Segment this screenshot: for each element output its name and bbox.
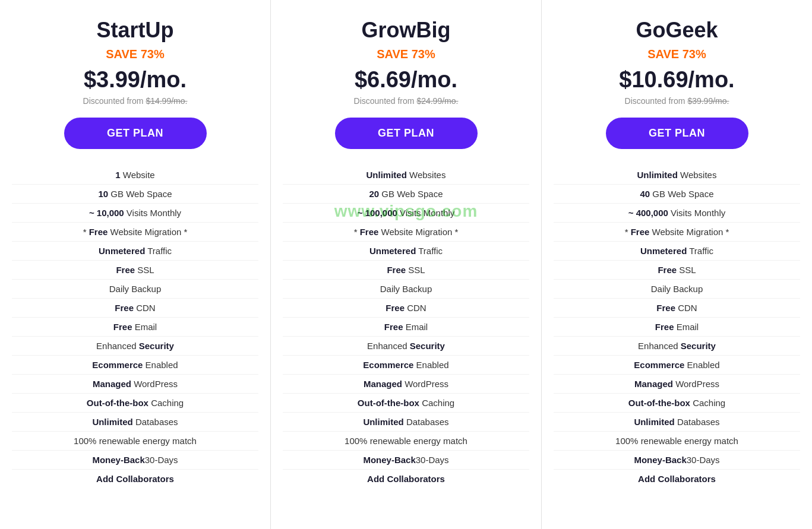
feature-item-gogeek-12: Out-of-the-box Caching bbox=[554, 394, 800, 413]
feature-item-startup-6: Daily Backup bbox=[12, 280, 258, 299]
feature-item-growbig-5: Free SSL bbox=[283, 261, 529, 280]
feature-item-startup-2: ~ 10,000 Visits Monthly bbox=[12, 204, 258, 223]
feature-item-gogeek-8: Free Email bbox=[554, 318, 800, 337]
discounted-from-gogeek: Discounted from $39.99/mo. bbox=[625, 96, 729, 106]
feature-item-gogeek-10: Ecommerce Enabled bbox=[554, 356, 800, 375]
feature-item-growbig-6: Daily Backup bbox=[283, 280, 529, 299]
feature-item-startup-13: Unlimited Databases bbox=[12, 413, 258, 432]
save-badge-growbig: SAVE 73% bbox=[377, 47, 435, 61]
feature-item-growbig-13: Unlimited Databases bbox=[283, 413, 529, 432]
get-plan-button-startup[interactable]: GET PLAN bbox=[64, 118, 207, 149]
discounted-from-startup: Discounted from $14.99/mo. bbox=[83, 96, 188, 106]
plan-name-growbig: GrowBig bbox=[362, 18, 451, 43]
feature-item-gogeek-5: Free SSL bbox=[554, 261, 800, 280]
feature-item-growbig-8: Free Email bbox=[283, 318, 529, 337]
feature-item-gogeek-14: 100% renewable energy match bbox=[554, 432, 800, 451]
plan-name-startup: StartUp bbox=[96, 18, 173, 43]
price-growbig: $6.69/mo. bbox=[355, 67, 457, 93]
get-plan-button-gogeek[interactable]: GET PLAN bbox=[606, 118, 748, 149]
features-list-growbig: Unlimited Websites20 GB Web Space~ 100,0… bbox=[283, 166, 529, 488]
save-badge-startup: SAVE 73% bbox=[106, 47, 165, 61]
feature-item-startup-3: * Free Website Migration * bbox=[12, 223, 258, 242]
feature-item-startup-8: Free Email bbox=[12, 318, 258, 337]
price-gogeek: $10.69/mo. bbox=[619, 67, 734, 93]
feature-item-growbig-16: Add Collaborators bbox=[283, 470, 529, 488]
feature-item-growbig-0: Unlimited Websites bbox=[283, 166, 529, 185]
feature-item-growbig-2: ~ 100,000 Visits Monthly bbox=[283, 204, 529, 223]
feature-item-startup-4: Unmetered Traffic bbox=[12, 242, 258, 261]
plan-column-startup: StartUpSAVE 73%$3.99/mo.Discounted from … bbox=[0, 0, 271, 529]
feature-item-gogeek-13: Unlimited Databases bbox=[554, 413, 800, 432]
feature-item-startup-14: 100% renewable energy match bbox=[12, 432, 258, 451]
feature-item-growbig-7: Free CDN bbox=[283, 299, 529, 318]
plan-column-gogeek: GoGeekSAVE 73%$10.69/mo.Discounted from … bbox=[542, 0, 812, 529]
feature-item-growbig-1: 20 GB Web Space bbox=[283, 185, 529, 204]
save-badge-gogeek: SAVE 73% bbox=[647, 47, 706, 61]
feature-item-startup-1: 10 GB Web Space bbox=[12, 185, 258, 204]
feature-item-growbig-11: Managed WordPress bbox=[283, 375, 529, 394]
feature-item-startup-7: Free CDN bbox=[12, 299, 258, 318]
features-list-gogeek: Unlimited Websites40 GB Web Space~ 400,0… bbox=[554, 166, 800, 488]
feature-item-gogeek-4: Unmetered Traffic bbox=[554, 242, 800, 261]
features-list-startup: 1 Website10 GB Web Space~ 10,000 Visits … bbox=[12, 166, 258, 488]
feature-item-startup-0: 1 Website bbox=[12, 166, 258, 185]
feature-item-growbig-4: Unmetered Traffic bbox=[283, 242, 529, 261]
feature-item-gogeek-3: * Free Website Migration * bbox=[554, 223, 800, 242]
feature-item-gogeek-16: Add Collaborators bbox=[554, 470, 800, 488]
feature-item-startup-16: Add Collaborators bbox=[12, 470, 258, 488]
feature-item-startup-11: Managed WordPress bbox=[12, 375, 258, 394]
get-plan-button-growbig[interactable]: GET PLAN bbox=[335, 118, 478, 149]
feature-item-growbig-12: Out-of-the-box Caching bbox=[283, 394, 529, 413]
feature-item-growbig-10: Ecommerce Enabled bbox=[283, 356, 529, 375]
feature-item-gogeek-15: Money-Back30-Days bbox=[554, 451, 800, 470]
plan-name-gogeek: GoGeek bbox=[636, 18, 718, 43]
feature-item-gogeek-11: Managed WordPress bbox=[554, 375, 800, 394]
feature-item-startup-9: Enhanced Security bbox=[12, 337, 258, 356]
discounted-from-growbig: Discounted from $24.99/mo. bbox=[354, 96, 459, 106]
feature-item-gogeek-7: Free CDN bbox=[554, 299, 800, 318]
feature-item-growbig-15: Money-Back30-Days bbox=[283, 451, 529, 470]
feature-item-startup-5: Free SSL bbox=[12, 261, 258, 280]
feature-item-gogeek-9: Enhanced Security bbox=[554, 337, 800, 356]
pricing-table: StartUpSAVE 73%$3.99/mo.Discounted from … bbox=[0, 0, 812, 529]
feature-item-gogeek-2: ~ 400,000 Visits Monthly bbox=[554, 204, 800, 223]
feature-item-gogeek-1: 40 GB Web Space bbox=[554, 185, 800, 204]
feature-item-gogeek-0: Unlimited Websites bbox=[554, 166, 800, 185]
plan-column-growbig: GrowBigSAVE 73%$6.69/mo.Discounted from … bbox=[271, 0, 542, 529]
feature-item-growbig-3: * Free Website Migration * bbox=[283, 223, 529, 242]
feature-item-startup-12: Out-of-the-box Caching bbox=[12, 394, 258, 413]
price-startup: $3.99/mo. bbox=[84, 67, 187, 93]
feature-item-startup-15: Money-Back30-Days bbox=[12, 451, 258, 470]
feature-item-startup-10: Ecommerce Enabled bbox=[12, 356, 258, 375]
feature-item-gogeek-6: Daily Backup bbox=[554, 280, 800, 299]
feature-item-growbig-14: 100% renewable energy match bbox=[283, 432, 529, 451]
feature-item-growbig-9: Enhanced Security bbox=[283, 337, 529, 356]
